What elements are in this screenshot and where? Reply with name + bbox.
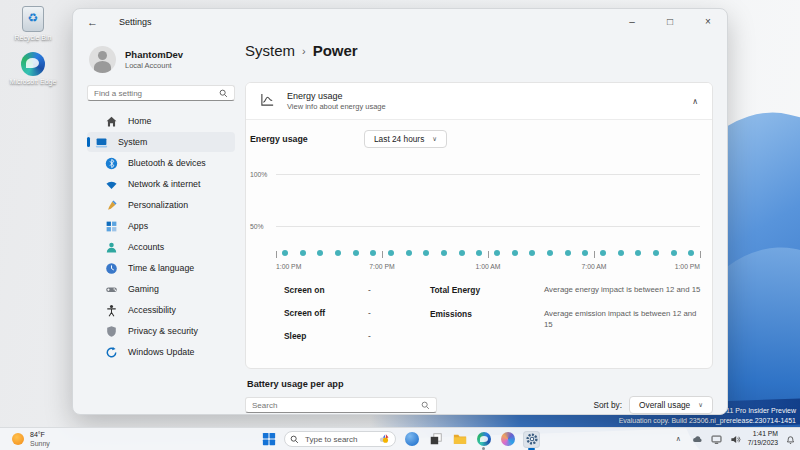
settings-gear-icon <box>525 432 539 446</box>
minimize-button[interactable]: – <box>613 9 651 34</box>
sidebar-item-accounts[interactable]: Accounts <box>87 237 235 257</box>
onedrive-icon[interactable] <box>691 433 704 446</box>
accounts-icon <box>105 241 118 254</box>
energy-stats: Screen on-Screen off-Sleep- Total Energy… <box>246 281 712 368</box>
sidebar-item-label: Accounts <box>128 242 164 252</box>
settings-search-input[interactable] <box>94 89 219 98</box>
volume-icon[interactable] <box>729 433 742 446</box>
taskbar: 84°F Sunny Type to search <box>0 427 800 450</box>
app-search[interactable] <box>245 397 437 413</box>
data-point <box>353 250 359 256</box>
close-button[interactable]: × <box>689 9 727 34</box>
sidebar-item-label: Apps <box>128 221 148 231</box>
sidebar-item-time-language[interactable]: Time & language <box>87 258 235 278</box>
sidebar-item-label: Network & internet <box>128 179 200 189</box>
user-account[interactable]: PhantomDev Local Account <box>87 40 235 85</box>
weather-condition: Sunny <box>30 439 50 448</box>
sidebar-item-personalization[interactable]: Personalization <box>87 195 235 215</box>
sidebar-item-accessibility[interactable]: Accessibility <box>87 300 235 320</box>
data-point <box>671 250 677 256</box>
apps-icon <box>105 220 118 233</box>
sidebar-item-label: Personalization <box>128 200 188 210</box>
desktop-icon-recycle-bin[interactable]: Recycle Bin <box>2 6 64 43</box>
chevron-up-icon[interactable]: ∧ <box>692 97 698 106</box>
stat-value: - <box>368 331 371 341</box>
data-point <box>688 250 694 256</box>
x-tick-label: 1:00 PM <box>276 263 301 270</box>
app-search-input[interactable] <box>252 401 421 410</box>
chart-xaxis: 1:00 PM7:00 PM1:00 AM7:00 AM1:00 PM <box>276 263 700 273</box>
back-button[interactable]: ← <box>87 16 107 28</box>
stat-label: Sleep <box>284 331 368 341</box>
settings-taskbar-button[interactable] <box>523 431 540 448</box>
system-icon <box>95 136 108 149</box>
notification-bell-icon[interactable] <box>784 433 797 446</box>
edge-button[interactable] <box>475 431 492 448</box>
time-range-dropdown[interactable]: Last 24 hours ∨ <box>364 130 447 148</box>
sidebar-item-apps[interactable]: Apps <box>87 216 235 236</box>
energy-usage-chart: 100% 50% 1:00 PM7:00 PM1:00 AM7:00 AM1:0… <box>250 156 706 281</box>
settings-window: ← Settings – □ × PhantomDev Local Accoun… <box>72 8 728 415</box>
tray-date: 7/19/2023 <box>748 439 778 448</box>
sidebar-item-label: Bluetooth & devices <box>128 158 206 168</box>
sidebar-nav: HomeSystemBluetooth & devicesNetwork & i… <box>87 111 235 362</box>
data-point <box>335 250 341 256</box>
taskbar-search-placeholder: Type to search <box>305 435 372 444</box>
sidebar-item-home[interactable]: Home <box>87 111 235 131</box>
avatar <box>89 46 116 73</box>
desktop: Recycle Bin Microsoft Edge Windows 11 Pr… <box>0 0 800 450</box>
battery-controls-row: Sort by: Overall usage ∨ <box>245 396 713 414</box>
copilot-icon <box>501 432 515 446</box>
sidebar-item-label: Gaming <box>128 284 159 294</box>
data-point <box>635 250 641 256</box>
data-point <box>494 250 500 256</box>
clock[interactable]: 1:41 PM 7/19/2023 <box>748 430 778 448</box>
data-point <box>476 250 482 256</box>
desktop-icon-microsoft-edge[interactable]: Microsoft Edge <box>2 52 64 87</box>
energy-usage-label: Energy usage <box>250 134 364 144</box>
data-point <box>653 250 659 256</box>
sidebar-item-gaming[interactable]: Gaming <box>87 279 235 299</box>
edge-icon <box>477 432 491 446</box>
gridline-100 <box>276 174 700 175</box>
maximize-button[interactable]: □ <box>651 9 689 34</box>
data-point <box>600 250 606 256</box>
sidebar-item-windows-update[interactable]: Windows Update <box>87 342 235 362</box>
taskbar-search[interactable]: Type to search <box>284 431 396 447</box>
sidebar-item-privacy-security[interactable]: Privacy & security <box>87 321 235 341</box>
start-button[interactable] <box>260 431 277 448</box>
x-tick <box>700 251 701 258</box>
task-view-button[interactable] <box>427 431 444 448</box>
edge-icon <box>21 52 45 76</box>
home-icon <box>105 115 118 128</box>
breadcrumb: System › Power <box>245 42 713 59</box>
display-icon[interactable] <box>710 433 723 446</box>
tray-chevron-icon[interactable]: ∧ <box>672 433 685 446</box>
breadcrumb-separator: › <box>302 45 306 57</box>
sidebar-item-label: Time & language <box>128 263 194 273</box>
desktop-icon-label: Recycle Bin <box>2 34 64 43</box>
search-icon <box>421 401 430 410</box>
desktop-icon-label: Microsoft Edge <box>2 78 64 87</box>
search-highlights-icon <box>378 433 390 445</box>
copilot-button[interactable] <box>499 431 516 448</box>
data-point <box>547 250 553 256</box>
file-explorer-button[interactable] <box>451 431 468 448</box>
data-point <box>529 250 535 256</box>
sidebar-item-system[interactable]: System <box>87 132 235 152</box>
sidebar-item-bluetooth-devices[interactable]: Bluetooth & devices <box>87 153 235 173</box>
sort-dropdown[interactable]: Overall usage ∨ <box>629 396 713 414</box>
widgets-button[interactable] <box>403 431 420 448</box>
settings-search[interactable] <box>87 85 235 101</box>
stat-label: Screen on <box>284 285 368 295</box>
ytick-50: 50% <box>250 223 264 230</box>
user-account-type: Local Account <box>125 61 183 70</box>
breadcrumb-parent[interactable]: System <box>245 42 295 59</box>
data-point <box>441 250 447 256</box>
sidebar-item-label: Windows Update <box>128 347 195 357</box>
sidebar-item-network-internet[interactable]: Network & internet <box>87 174 235 194</box>
content-pane: System › Power Energy usage View info ab… <box>245 34 727 414</box>
data-point <box>370 250 376 256</box>
weather-widget[interactable]: 84°F Sunny <box>6 428 56 450</box>
energy-usage-card-header[interactable]: Energy usage View info about energy usag… <box>246 83 712 120</box>
